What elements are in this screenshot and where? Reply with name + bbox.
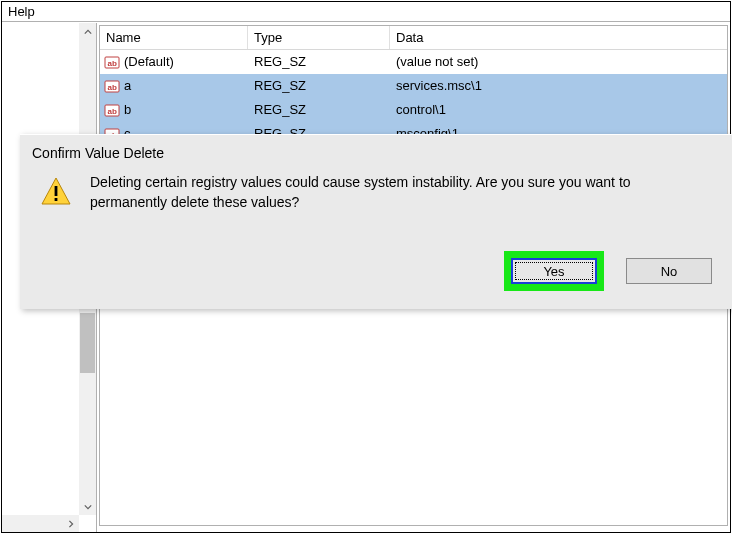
- reg-string-icon: ab: [104, 78, 120, 94]
- tree-horizontal-scrollbar[interactable]: [2, 515, 79, 532]
- svg-rect-9: [55, 198, 58, 201]
- cell-name: ab a: [100, 74, 248, 98]
- cell-type: REG_SZ: [248, 74, 390, 98]
- scroll-thumb[interactable]: [80, 313, 95, 373]
- dialog-message: Deleting certain registry values could c…: [90, 173, 724, 212]
- cell-name: ab (Default): [100, 50, 248, 74]
- column-header-name[interactable]: Name: [100, 26, 248, 49]
- column-header-type[interactable]: Type: [248, 26, 390, 49]
- highlight-marker: Yes: [504, 251, 604, 291]
- reg-string-icon: ab: [104, 54, 120, 70]
- no-button[interactable]: No: [626, 258, 712, 284]
- value-name: a: [124, 74, 131, 98]
- cell-data: services.msc\1: [390, 74, 727, 98]
- cell-type: REG_SZ: [248, 50, 390, 74]
- yes-button[interactable]: Yes: [511, 258, 597, 284]
- column-header-data[interactable]: Data: [390, 26, 727, 49]
- table-row[interactable]: ab aREG_SZservices.msc\1: [100, 74, 727, 98]
- scroll-right-icon[interactable]: [62, 515, 79, 532]
- dialog-title: Confirm Value Delete: [20, 135, 732, 169]
- dialog-body: Deleting certain registry values could c…: [20, 169, 732, 212]
- list-header[interactable]: Name Type Data: [100, 26, 727, 50]
- cell-data: control\1: [390, 98, 727, 122]
- scroll-down-icon[interactable]: [79, 498, 96, 515]
- cell-type: REG_SZ: [248, 98, 390, 122]
- menu-help[interactable]: Help: [4, 2, 39, 21]
- svg-text:ab: ab: [108, 83, 117, 92]
- svg-text:ab: ab: [108, 59, 117, 68]
- table-row[interactable]: ab bREG_SZcontrol\1: [100, 98, 727, 122]
- svg-text:ab: ab: [108, 107, 117, 116]
- warning-icon: [40, 175, 72, 207]
- cell-name: ab b: [100, 98, 248, 122]
- reg-string-icon: ab: [104, 102, 120, 118]
- confirm-delete-dialog: Confirm Value Delete Deleting certain re…: [20, 134, 732, 309]
- dialog-buttons: Yes No: [504, 251, 712, 291]
- svg-rect-8: [55, 186, 58, 196]
- cell-data: (value not set): [390, 50, 727, 74]
- scroll-up-icon[interactable]: [79, 23, 96, 40]
- value-name: b: [124, 98, 131, 122]
- value-name: (Default): [124, 50, 174, 74]
- table-row[interactable]: ab (Default)REG_SZ(value not set): [100, 50, 727, 74]
- menubar: Help: [2, 2, 730, 22]
